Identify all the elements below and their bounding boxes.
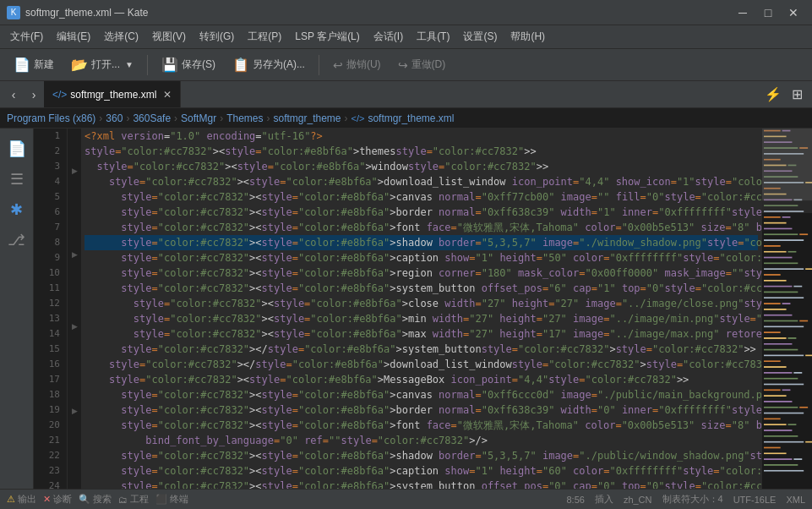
status-search[interactable]: 🔍 搜索 <box>79 493 112 506</box>
save-as-button[interactable]: 📋 另存为(A)... <box>226 53 312 76</box>
code-editor[interactable]: <?xml version="1.0" encoding="utf-16"?>s… <box>81 129 761 489</box>
fold-button[interactable]: ▶ <box>68 165 81 177</box>
code-line[interactable]: style="color:#cc7832"><style="color:#e8b… <box>84 448 758 463</box>
undo-button[interactable]: ↩ 撤销(U) <box>326 54 388 75</box>
fold-button[interactable] <box>68 465 81 477</box>
status-terminal[interactable]: ⬛ 终端 <box>155 493 188 506</box>
fold-button[interactable] <box>68 200 81 212</box>
fold-button[interactable] <box>68 309 81 320</box>
code-line[interactable]: bind_font_by_language="0" ref=""style="c… <box>84 433 758 448</box>
code-line[interactable]: style="color:#cc7832"><style="color:#e8b… <box>84 326 758 342</box>
tab-close-button[interactable]: ✕ <box>163 89 172 101</box>
minimap-viewport[interactable] <box>762 129 812 213</box>
fold-button[interactable] <box>68 369 81 380</box>
fold-button[interactable] <box>68 392 81 404</box>
fold-button[interactable] <box>68 129 81 140</box>
fold-button[interactable] <box>68 272 81 284</box>
code-line[interactable]: style="color:#cc7832"><style="color:#e8b… <box>84 311 758 326</box>
fold-button[interactable] <box>68 380 81 392</box>
code-line[interactable]: style="color:#cc7832"><style="color:#e8b… <box>84 220 758 235</box>
code-line[interactable]: style="color:#cc7832"><style="color:#e8b… <box>84 189 758 205</box>
code-line[interactable]: style="color:#cc7832"><style="color:#e8b… <box>84 387 758 402</box>
code-line[interactable]: style="color:#cc7832"><style="color:#e8b… <box>84 250 758 265</box>
code-line[interactable]: style="color:#cc7832"><style="color:#e8b… <box>84 174 758 189</box>
code-line[interactable]: style="color:#cc7832"><style="color:#e8b… <box>84 144 758 159</box>
breadcrumb-360[interactable]: 360 <box>106 112 123 124</box>
tab-next-button[interactable]: › <box>24 81 44 107</box>
fold-button[interactable] <box>68 345 81 357</box>
status-project[interactable]: 🗂 工程 <box>118 493 149 506</box>
new-button[interactable]: 📄 新建 <box>7 53 61 76</box>
menu-edit[interactable]: 编辑(E) <box>50 27 97 47</box>
fold-button[interactable] <box>68 332 81 344</box>
fold-button[interactable] <box>68 477 81 489</box>
menu-project[interactable]: 工程(P) <box>241 27 288 47</box>
save-button[interactable]: 💾 保存(S) <box>155 53 222 76</box>
tab-action-grid[interactable]: ⊞ <box>785 83 809 107</box>
sidebar-list-icon[interactable]: ☰ <box>3 166 30 193</box>
fold-button[interactable] <box>68 260 81 272</box>
sidebar-star-icon[interactable]: ✱ <box>3 196 30 223</box>
fold-button[interactable] <box>68 285 81 297</box>
tab-softmgr-theme[interactable]: </> softmgr_theme.xml ✕ <box>44 81 181 107</box>
fold-button[interactable] <box>68 452 81 464</box>
code-line[interactable]: style="color:#cc7832"><style="color:#e8b… <box>84 281 758 296</box>
code-line[interactable]: <?xml version="1.0" encoding="utf-16"?> <box>84 129 758 144</box>
code-line[interactable]: style="color:#cc7832"><style="color:#e8b… <box>84 205 758 220</box>
menu-session[interactable]: 会话(I) <box>367 27 410 47</box>
fold-button[interactable] <box>68 152 81 164</box>
menu-tools[interactable]: 工具(T) <box>410 27 456 47</box>
code-line[interactable]: style="color:#cc7832"><style="color:#e8b… <box>84 372 758 387</box>
code-line[interactable]: style="color:#cc7832"></style="color:#e8… <box>84 357 758 372</box>
fold-button[interactable] <box>68 189 81 200</box>
status-output[interactable]: ⚠ 输出 <box>7 493 36 506</box>
code-line[interactable]: style="color:#cc7832"><style="color:#e8b… <box>84 159 758 174</box>
code-line[interactable]: style="color:#cc7832"><style="color:#e8b… <box>84 479 758 489</box>
fold-button[interactable] <box>68 297 81 309</box>
fold-button[interactable] <box>68 225 81 237</box>
close-button[interactable]: ✕ <box>782 4 805 21</box>
code-line[interactable]: style="color:#cc7832"><style="color:#e8b… <box>84 463 758 479</box>
code-line[interactable]: style="color:#cc7832"><style="color:#e8b… <box>84 265 758 281</box>
open-button-group[interactable]: 📂 打开... ▼ <box>64 53 140 76</box>
menu-lsp[interactable]: LSP 客户端(L) <box>288 27 366 47</box>
sidebar-git-icon[interactable]: ⎇ <box>3 227 30 254</box>
minimize-button[interactable]: ─ <box>731 4 755 21</box>
tab-action-flash[interactable]: ⚡ <box>761 83 785 107</box>
fold-button[interactable] <box>68 140 81 152</box>
fold-button[interactable] <box>68 177 81 189</box>
menu-goto[interactable]: 转到(G) <box>193 27 241 47</box>
code-line[interactable]: style="color:#cc7832"><style="color:#e8b… <box>84 296 758 311</box>
code-line[interactable]: style="color:#cc7832"><style="color:#e8b… <box>84 235 758 250</box>
breadcrumb-360safe[interactable]: 360Safe <box>133 112 171 124</box>
fold-button[interactable]: ▶ <box>68 320 81 332</box>
breadcrumb-softmgr[interactable]: SoftMgr <box>181 112 216 124</box>
fold-button[interactable] <box>68 441 81 452</box>
maximize-button[interactable]: □ <box>756 4 780 21</box>
open-button[interactable]: 📂 打开... ▼ <box>64 53 140 76</box>
breadcrumb-softmgr-theme-folder[interactable]: softmgr_theme <box>273 112 341 124</box>
menu-help[interactable]: 帮助(H) <box>504 27 552 47</box>
fold-button[interactable]: ▶ <box>68 405 81 417</box>
breadcrumb-file[interactable]: softmgr_theme.xml <box>368 112 454 124</box>
code-line[interactable]: style="color:#cc7832"></style="color:#e8… <box>84 342 758 357</box>
code-line[interactable]: style="color:#cc7832"><style="color:#e8b… <box>84 418 758 433</box>
menu-file[interactable]: 文件(F) <box>3 27 50 47</box>
redo-button[interactable]: ↪ 重做(D) <box>391 54 453 75</box>
tab-prev-button[interactable]: ‹ <box>3 81 24 107</box>
code-line[interactable]: style="color:#cc7832"><style="color:#e8b… <box>84 402 758 418</box>
status-diag[interactable]: ✕ 诊断 <box>43 493 72 506</box>
fold-button[interactable] <box>68 237 81 249</box>
fold-button[interactable] <box>68 212 81 224</box>
fold-button[interactable] <box>68 417 81 429</box>
fold-button[interactable]: ▶ <box>68 249 81 260</box>
fold-button[interactable] <box>68 429 81 441</box>
minimap[interactable] <box>761 129 812 489</box>
menu-settings[interactable]: 设置(S) <box>456 27 504 47</box>
breadcrumb-program-files[interactable]: Program Files (x86) <box>7 112 95 124</box>
menu-select[interactable]: 选择(C) <box>97 27 145 47</box>
breadcrumb-themes[interactable]: Themes <box>226 112 263 124</box>
fold-button[interactable] <box>68 357 81 369</box>
sidebar-docs-icon[interactable]: 📄 <box>3 135 30 162</box>
menu-view[interactable]: 视图(V) <box>145 27 193 47</box>
